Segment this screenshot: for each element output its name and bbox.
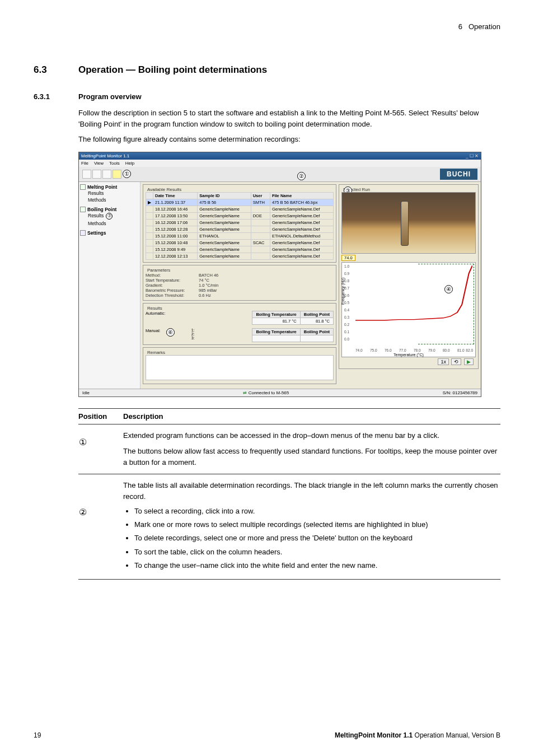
remarks-input[interactable] bbox=[146, 355, 334, 380]
param-row: Detection Threshold:0.6 Hz bbox=[146, 293, 334, 298]
paragraph-1: Follow the description in section 5 to s… bbox=[78, 108, 500, 129]
window-controls[interactable]: _ ☐ ✕ bbox=[466, 153, 479, 158]
page-number: 19 bbox=[34, 731, 41, 739]
menu-tools[interactable]: Tools bbox=[109, 161, 120, 166]
desc-2-intro: The table lists all available determinat… bbox=[123, 480, 500, 502]
callout-2: ② bbox=[297, 172, 306, 180]
table-row[interactable]: 17.12.2008 13:50GenericSampleNameDOEGene… bbox=[146, 212, 334, 219]
capillary-tube-icon bbox=[401, 201, 409, 246]
desc-mark-1: ① bbox=[78, 438, 87, 446]
footer-rest: Operation Manual, Version B bbox=[413, 731, 500, 739]
footer-product: MeltingPoint Monitor 1.1 bbox=[335, 731, 413, 739]
window-title: MeltingPoint Monitor 1.1 bbox=[81, 153, 129, 158]
list-item: To delete recordings, select one or more… bbox=[134, 533, 500, 544]
header-position: Position bbox=[78, 412, 123, 421]
table-row[interactable]: 18.12.2008 16:46GenericSampleNameGeneric… bbox=[146, 206, 334, 212]
manual-table: Boiling TemperatureBoiling Point bbox=[252, 328, 334, 342]
page-footer: 19 MeltingPoint Monitor 1.1 Operation Ma… bbox=[34, 731, 500, 739]
section-title: Operation — Boiling point determinations bbox=[78, 64, 267, 76]
col-filename[interactable]: File Name bbox=[270, 192, 333, 199]
results-table[interactable]: Date Time Sample ID User File Name ▶21.1… bbox=[146, 192, 334, 260]
menu-bar: File View Tools Help bbox=[79, 160, 481, 167]
col-sampleid[interactable]: Sample ID bbox=[198, 192, 251, 199]
toolbar-btn-2[interactable] bbox=[92, 170, 101, 179]
camera-image bbox=[341, 192, 476, 254]
param-row: Barometric Pressure:985 mBar bbox=[146, 288, 334, 293]
marker-value: 74.0 bbox=[341, 255, 355, 261]
chapter-title: Operation bbox=[469, 22, 500, 31]
param-row: Start Temperature:74 °C bbox=[146, 278, 334, 283]
content-area: ② Available Results Date Time Sample ID … bbox=[140, 182, 481, 389]
brand-logo: BUCHI bbox=[440, 169, 477, 180]
table-row[interactable]: 15.12.2008 10:48GenericSampleNameSCACGen… bbox=[146, 239, 334, 246]
flask-icon bbox=[80, 184, 86, 190]
list-item: To change the user–name click into the w… bbox=[134, 560, 500, 571]
repeat-button[interactable]: ⟲ bbox=[451, 358, 461, 365]
subsection-number: 6.3.1 bbox=[34, 92, 78, 101]
subsection-title: Program overview bbox=[78, 92, 142, 101]
section-heading: 6.3 Operation — Boiling point determinat… bbox=[34, 64, 500, 76]
menu-view[interactable]: View bbox=[94, 161, 104, 166]
status-left: Idle bbox=[82, 390, 90, 395]
desc-1-p1: Extended program functions can be access… bbox=[123, 430, 500, 441]
media-controls: 1x ⟲ ▶ bbox=[341, 357, 476, 366]
callout-6: ⑥ bbox=[166, 328, 175, 337]
results-legend: Results bbox=[146, 306, 164, 311]
remarks-panel: Remarks bbox=[143, 347, 336, 384]
menu-help[interactable]: Help bbox=[125, 161, 134, 166]
results-panel: Results Automatic: Boiling TemperatureBo… bbox=[143, 303, 336, 345]
graph-curve bbox=[355, 265, 472, 344]
param-row: Method:BATCH 46 bbox=[146, 273, 334, 278]
sidebar-item-mp-methods[interactable]: Methods bbox=[88, 197, 139, 203]
desc-row-2: ② The table lists all available determin… bbox=[78, 474, 500, 580]
sidebar-group-settings[interactable]: Settings bbox=[80, 230, 139, 236]
speed-button[interactable]: 1x bbox=[438, 358, 449, 365]
app-window: MeltingPoint Monitor 1.1 _ ☐ ✕ File View… bbox=[78, 152, 481, 397]
table-row[interactable]: 15.12.2008 12:28GenericSampleNameGeneric… bbox=[146, 226, 334, 232]
sidebar-item-bp-results[interactable]: Results⑦ bbox=[88, 212, 139, 220]
graph-xlabel: Temperature (°C) bbox=[342, 353, 475, 357]
sidebar: Melting Point Results Methods Boiling Po… bbox=[79, 182, 140, 389]
toolbar-btn-1[interactable] bbox=[82, 170, 91, 179]
param-row: Gradient:1.0 °C/min bbox=[146, 283, 334, 288]
section-number: 6.3 bbox=[34, 64, 78, 76]
desc-row-1: ① Extended program functions can be acce… bbox=[78, 424, 500, 474]
sidebar-item-bp-methods[interactable]: Methods bbox=[88, 220, 139, 227]
parameters-legend: Parameters bbox=[146, 268, 172, 273]
desc-2-bullets: To select a recording, click into a row.… bbox=[134, 506, 500, 571]
available-results-panel: Available Results Date Time Sample ID Us… bbox=[143, 184, 336, 263]
auto-label: Automatic: bbox=[146, 311, 165, 316]
toolbar-btn-4[interactable] bbox=[113, 170, 121, 179]
parameters-panel: Parameters Method:BATCH 46Start Temperat… bbox=[143, 265, 336, 301]
menu-file[interactable]: File bbox=[81, 161, 88, 166]
callout-1: ① bbox=[123, 170, 131, 178]
play-button[interactable]: ▶ bbox=[464, 358, 474, 365]
table-row[interactable]: ▶21.1.2009 11:37475 B 56SMTH475 B 56 BAT… bbox=[146, 199, 334, 206]
sidebar-group-melting[interactable]: Melting Point bbox=[80, 184, 139, 190]
sidebar-item-mp-results[interactable]: Results bbox=[88, 190, 139, 197]
chapter-number: 6 bbox=[458, 22, 462, 31]
col-user[interactable]: User bbox=[251, 192, 270, 199]
header-description: Description bbox=[123, 412, 163, 421]
sidebar-group-boiling[interactable]: Boiling Point bbox=[80, 207, 139, 212]
main-area: Melting Point Results Methods Boiling Po… bbox=[79, 182, 481, 389]
subsection-heading: 6.3.1 Program overview bbox=[34, 92, 500, 101]
list-item: To sort the table, click on the column h… bbox=[134, 547, 500, 558]
available-legend: Available Results bbox=[146, 187, 183, 192]
status-right: S/N: 0123456789 bbox=[443, 390, 477, 395]
status-mid: Connected to M-565 bbox=[249, 390, 289, 395]
toolbar-btn-3[interactable] bbox=[102, 170, 111, 179]
table-row[interactable]: 15.12.2008 11:00ETHANOLETHANOL.DefaultMe… bbox=[146, 232, 334, 239]
table-row[interactable]: 16.12.2008 17:06GenericSampleNameGeneric… bbox=[146, 219, 334, 226]
desc-mark-2: ② bbox=[78, 508, 87, 516]
flask-icon bbox=[80, 207, 86, 212]
table-row[interactable]: 12.12.2008 12:13GenericSampleNameGeneric… bbox=[146, 253, 334, 259]
table-row[interactable]: 15.12.2008 9:49GenericSampleNameGenericS… bbox=[146, 246, 334, 253]
remarks-legend: Remarks bbox=[146, 350, 167, 355]
col-datetime[interactable]: Date Time bbox=[153, 192, 198, 199]
connection-icon: ⇄ bbox=[243, 390, 248, 395]
toolbar: ① BUCHI bbox=[79, 167, 481, 182]
page-header: 6 Operation bbox=[34, 22, 500, 31]
paragraph-2: The following figure already contains so… bbox=[78, 134, 500, 145]
desc-1-p2: The buttons below allow fast access to f… bbox=[123, 446, 500, 468]
